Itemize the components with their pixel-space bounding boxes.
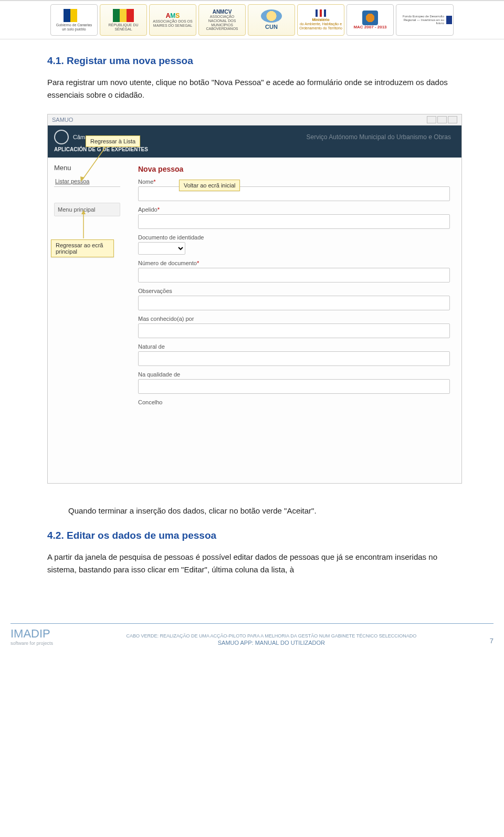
- logo-canarias: Gobierno de Canarias un solo pueblo: [50, 4, 98, 36]
- logo-label: Gobierno de Canarias: [56, 23, 92, 27]
- callout-regressar-lista: Regressar à Lista: [86, 135, 140, 147]
- logo-ministerio: Ministério do Ambiente, Habitação e Orde…: [297, 4, 344, 36]
- nova-pessoa-form: Nova pessoa Nome* Apelido* Documento de …: [127, 158, 461, 483]
- program-icon: [362, 11, 378, 25]
- input-natural-de[interactable]: [138, 351, 450, 366]
- minimize-icon[interactable]: [427, 116, 436, 123]
- form-title: Nova pessoa: [138, 165, 450, 173]
- logo-eu: Fondo Europeo de Desarrollo Regional — I…: [396, 4, 454, 36]
- section-41-body: Para registrar um novo utente, clique no…: [47, 76, 462, 101]
- close-icon[interactable]: [448, 116, 457, 123]
- label-mas-conhecido: Mas conhecido(a) por: [138, 316, 450, 322]
- input-mas-conhecido[interactable]: [138, 323, 450, 338]
- logo-sub: Fondo Europeo de Desarrollo Regional — I…: [397, 15, 444, 25]
- globe-icon: [261, 9, 282, 23]
- label-concelho: Concelho: [138, 399, 450, 405]
- window-title: SAMUO: [52, 117, 73, 123]
- input-na-qualidade[interactable]: [138, 379, 450, 394]
- flag-icon: [64, 9, 85, 22]
- logo-sub: do Ambiente, Habitação e Ordenamento do …: [299, 22, 343, 30]
- section-42-body: A partir da janela de pesquisa de pessoa…: [47, 551, 462, 576]
- callout-arrow-icon: [79, 146, 111, 183]
- logo-label: ANMCV: [213, 9, 232, 15]
- window-titlebar: SAMUO: [48, 114, 461, 125]
- footer-line2: SAMUO APP: MANUAL DO UTILIZADOR: [64, 640, 479, 646]
- logo-mac: MAC 2007 - 2013: [346, 4, 394, 36]
- callout-arrow-icon: [73, 209, 94, 240]
- label-na-qualidade: Na qualidade de: [138, 371, 450, 378]
- input-apelido[interactable]: [138, 214, 450, 229]
- svg-marker-3: [81, 210, 86, 214]
- window-buttons: [427, 116, 457, 123]
- logo-ams: AMS ASSOCIAÇÃO DOS OS MAIRES DO SENEGAL: [149, 4, 196, 36]
- input-observacoes[interactable]: [138, 296, 450, 310]
- footer-logo-word: IMADIP: [10, 627, 50, 640]
- section-42-title: 4.2. Editar os dados de uma pessoa: [47, 530, 462, 541]
- section-41-title: 4.1. Registar uma nova pessoa: [47, 55, 462, 67]
- footer-center: CABO VERDE: REALIZAÇÃO DE UMA ACÇÃO-PILO…: [64, 633, 479, 646]
- maximize-icon[interactable]: [437, 116, 447, 123]
- header-service-text: Serviço Autónomo Municipal do Urbanismo …: [307, 133, 455, 141]
- label-apelido: Apelido*: [138, 206, 450, 213]
- footer-logo: IMADIP software for projects: [10, 627, 53, 646]
- logo-sub: un solo pueblo: [62, 27, 86, 32]
- logo-cun: CUN: [248, 4, 295, 36]
- label-doc-identidade: Documento de identidade: [138, 234, 450, 240]
- logo-label: RÉPUBLIQUE DU SÉNÉGAL: [101, 23, 145, 31]
- logo-anmcv: ANMCV ASSOCIAÇÃO NACIONAL DOS MUNICÍPIOS…: [198, 4, 246, 36]
- svg-line-0: [82, 147, 106, 180]
- logo-label: ASSOCIAÇÃO DOS OS MAIRES DO SENEGAL: [151, 19, 195, 27]
- page-footer: IMADIP software for projects CABO VERDE:…: [10, 623, 494, 646]
- footer-logo-sub: software for projects: [10, 641, 53, 646]
- callout-regressar-principal: Regressar ao ecrã principal: [51, 239, 114, 257]
- post-screenshot-text: Quando terminar a inserção dos dados, cl…: [68, 505, 462, 517]
- logo-sub: ASSOCIAÇÃO NACIONAL DOS MUNICÍPIOS CABOV…: [200, 15, 244, 31]
- select-doc-identidade[interactable]: [138, 242, 185, 255]
- flag-icon: [316, 9, 326, 17]
- sidebar-menu: Menu Listar pessoa Menu principal: [48, 158, 127, 483]
- samuo-emblem-icon: [54, 130, 69, 144]
- input-num-documento[interactable]: [138, 268, 450, 283]
- logo-senegal: RÉPUBLIQUE DU SÉNÉGAL: [100, 4, 147, 36]
- eu-flag-icon: [446, 16, 452, 24]
- callout-voltar-inicial: Voltar ao ecrã inicial: [179, 180, 240, 191]
- flag-icon: [113, 9, 134, 22]
- partner-logo-bar: Gobierno de Canarias un solo pueblo RÉPU…: [0, 0, 504, 39]
- label-observacoes: Observações: [138, 288, 450, 294]
- samuo-screenshot: SAMUO Câma Serviço Autónomo Municipal do…: [47, 114, 462, 484]
- logo-label: MAC 2007 - 2013: [353, 25, 386, 30]
- label-natural-de: Natural de: [138, 343, 450, 350]
- logo-label: Ministério: [312, 18, 329, 22]
- label-num-documento: Número de documento*: [138, 260, 450, 266]
- footer-line1: CABO VERDE: REALIZAÇÃO DE UMA ACÇÃO-PILO…: [64, 633, 479, 639]
- logo-label: CUN: [265, 24, 278, 30]
- page-number: 7: [490, 637, 494, 646]
